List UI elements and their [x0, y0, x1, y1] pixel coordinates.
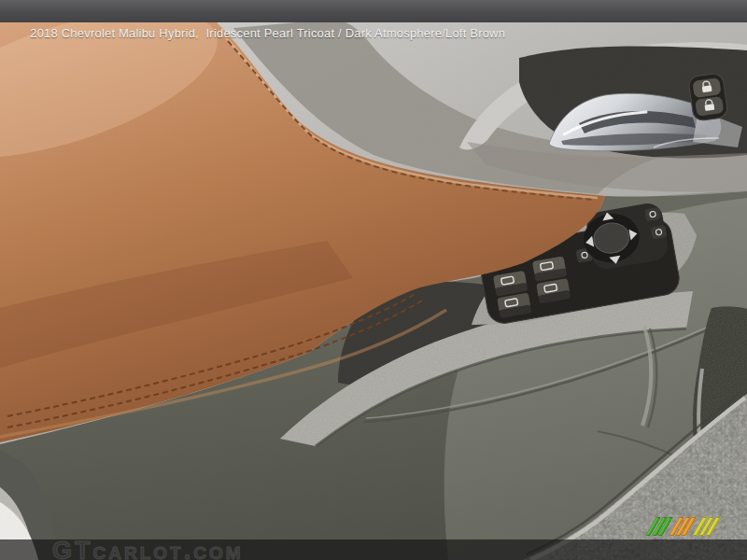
- door-panel-photo: [0, 0, 747, 560]
- title-bar: 2018 Chevrolet Malibu Hybrid, Iridescent…: [0, 0, 747, 22]
- screenshot-stage: 2018 Chevrolet Malibu Hybrid, Iridescent…: [0, 0, 747, 560]
- logo-stripe-group: [698, 517, 716, 536]
- logo-stripe-group: [674, 517, 693, 536]
- credit-bar: Photo Courtesy of PINE BELT CHEVROLET La…: [0, 539, 747, 560]
- photo-grain: [0, 22, 747, 560]
- gtcarlot-logo: [651, 516, 721, 536]
- photo-title: 2018 Chevrolet Malibu Hybrid, Iridescent…: [30, 26, 505, 40]
- logo-stripe-group: [651, 517, 669, 536]
